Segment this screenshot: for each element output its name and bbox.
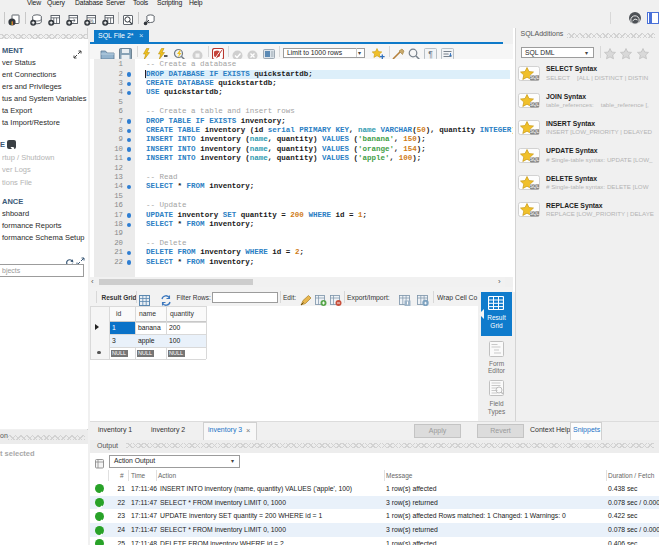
svg-text:SQL: SQL [530, 130, 540, 135]
svg-text:SQL: SQL [530, 184, 540, 189]
svg-text:SQL: SQL [530, 75, 540, 80]
svg-text:i: i [11, 18, 13, 25]
svg-text:SQL: SQL [530, 157, 540, 162]
svg-text:SQL: SQL [530, 102, 540, 107]
svg-text:¶: ¶ [428, 49, 433, 59]
svg-text:SQL: SQL [530, 212, 540, 217]
